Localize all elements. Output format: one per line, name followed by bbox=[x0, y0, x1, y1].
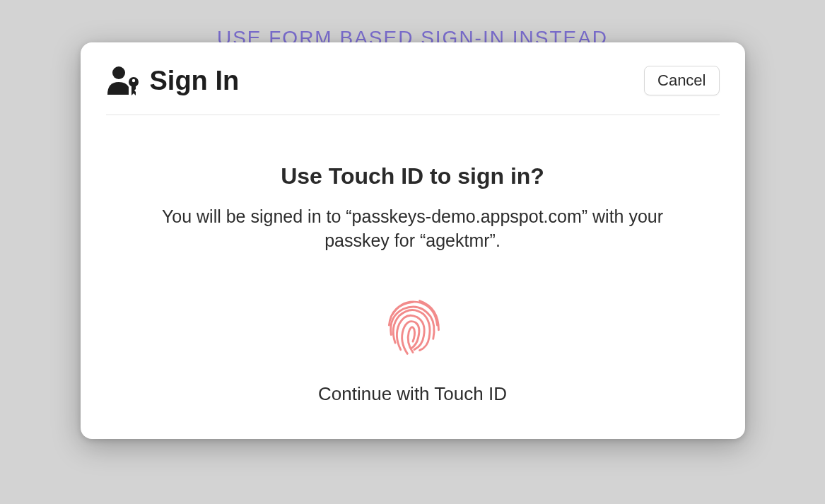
fingerprint-container bbox=[106, 293, 720, 363]
continue-with-touch-id-label: Continue with Touch ID bbox=[106, 383, 720, 405]
dialog-title: Sign In bbox=[150, 66, 240, 96]
signin-dialog: Sign In Cancel Use Touch ID to sign in? … bbox=[81, 42, 745, 439]
touch-id-prompt-description: You will be signed in to “passkeys-demo.… bbox=[144, 205, 681, 253]
dialog-header: Sign In Cancel bbox=[106, 65, 720, 115]
fingerprint-icon[interactable] bbox=[379, 293, 447, 363]
touch-id-prompt-title: Use Touch ID to sign in? bbox=[106, 163, 720, 189]
dialog-body: Use Touch ID to sign in? You will be sig… bbox=[106, 115, 720, 405]
cancel-button[interactable]: Cancel bbox=[644, 66, 719, 95]
svg-point-2 bbox=[131, 79, 134, 82]
svg-point-0 bbox=[112, 66, 125, 79]
dialog-header-left: Sign In bbox=[106, 65, 240, 96]
passkey-icon bbox=[106, 65, 143, 96]
